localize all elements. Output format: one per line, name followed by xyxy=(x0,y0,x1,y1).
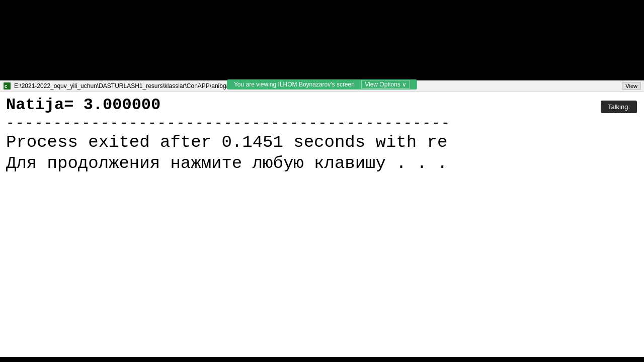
svg-text:C: C xyxy=(5,84,8,89)
title-bar-path: E:\2021-2022_oquv_yili_uchun\DASTURLASH1… xyxy=(14,82,241,89)
view-button[interactable]: View xyxy=(622,82,641,90)
black-bar-bottom xyxy=(0,357,644,362)
screen-container: C E:\2021-2022_oquv_yili_uchun\DASTURLAS… xyxy=(0,0,644,362)
black-bar-top xyxy=(0,0,644,80)
zoom-notification-bar: You are viewing ILHOM Boynazarov's scree… xyxy=(227,79,417,89)
console-line-russian: Для продолжения нажмите любую клавишу . … xyxy=(6,153,638,174)
talking-label: Talking: xyxy=(608,103,630,111)
console-line-natija: Natija= 3.000000 xyxy=(6,96,638,115)
app-icon: C xyxy=(3,82,11,90)
talking-tooltip: Talking: xyxy=(601,101,637,113)
view-options-button[interactable]: View Options ∨ xyxy=(361,80,410,89)
console-content: Natija= 3.000000 -----------------------… xyxy=(0,92,644,357)
zoom-notification-text: You are viewing ILHOM Boynazarov's scree… xyxy=(234,81,355,88)
console-line-process: Process exited after 0.1451 seconds with… xyxy=(6,132,638,153)
console-line-separator: ----------------------------------------… xyxy=(6,115,638,132)
